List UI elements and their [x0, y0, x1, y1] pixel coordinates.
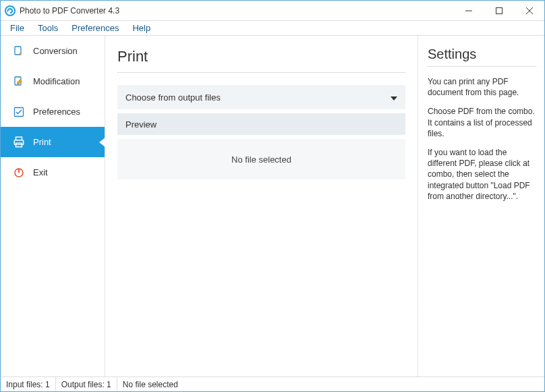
svg-marker-1 — [7, 9, 8, 12]
settings-text: You can print any PDF document from this… — [428, 76, 536, 98]
status-value: 1 — [107, 380, 111, 389]
window-controls — [453, 1, 544, 20]
preview-message: No file selected — [231, 155, 291, 165]
combo-label: Choose from output files — [125, 92, 221, 103]
titlebar: Photo to PDF Converter 4.3 — [1, 1, 544, 21]
minimize-button[interactable] — [453, 1, 484, 20]
maximize-button[interactable] — [484, 1, 514, 20]
preview-area: No file selected — [117, 139, 405, 179]
status-value: 1 — [45, 380, 50, 389]
preview-heading: Preview — [117, 113, 405, 135]
settings-panel: Settings You can print any PDF document … — [418, 36, 544, 376]
status-label: Output files: — [61, 380, 105, 389]
status-output-files: Output files: 1 — [56, 377, 117, 391]
statusbar: Input files: 1 Output files: 1 No file s… — [1, 376, 544, 391]
output-file-combo[interactable]: Choose from output files — [117, 85, 405, 109]
divider — [117, 72, 405, 73]
menu-file[interactable]: File — [3, 22, 31, 34]
content-area: Conversion Modification Preferences Prin… — [1, 36, 544, 376]
settings-text: If you want to load the different PDF, p… — [428, 147, 536, 202]
exit-icon — [13, 167, 25, 179]
sidebar-item-label: Conversion — [33, 46, 78, 56]
sidebar-item-print[interactable]: Print — [1, 127, 105, 157]
app-window: Photo to PDF Converter 4.3 File Tools Pr… — [0, 0, 545, 392]
menu-help[interactable]: Help — [125, 22, 157, 34]
app-icon — [5, 5, 16, 16]
sidebar-item-label: Exit — [33, 167, 48, 177]
close-button[interactable] — [514, 1, 544, 20]
sidebar: Conversion Modification Preferences Prin… — [1, 36, 105, 376]
status-label: Input files: — [6, 380, 43, 389]
preview-heading-label: Preview — [125, 119, 156, 130]
modification-icon — [13, 76, 25, 88]
status-input-files: Input files: 1 — [1, 377, 56, 391]
menu-preferences[interactable]: Preferences — [65, 22, 125, 34]
print-icon — [13, 136, 25, 148]
status-value: No file selected — [123, 380, 178, 389]
settings-text: Choose PDF from the combo. It contains a… — [428, 106, 536, 139]
divider — [428, 66, 536, 67]
menubar: File Tools Preferences Help — [1, 21, 544, 36]
sidebar-item-conversion[interactable]: Conversion — [1, 36, 105, 66]
window-title: Photo to PDF Converter 4.3 — [20, 6, 453, 16]
svg-marker-14 — [391, 96, 397, 101]
sidebar-item-label: Preferences — [33, 107, 80, 117]
menu-tools[interactable]: Tools — [31, 22, 65, 34]
preferences-icon — [13, 106, 25, 118]
conversion-icon — [13, 45, 25, 57]
main-panel: Print Choose from output files Preview N… — [105, 36, 544, 376]
sidebar-item-exit[interactable]: Exit — [1, 157, 105, 188]
chevron-down-icon — [391, 92, 397, 103]
status-selection: No file selected — [117, 377, 544, 391]
sidebar-item-label: Modification — [33, 76, 80, 86]
page-title: Print — [117, 48, 405, 65]
settings-heading: Settings — [428, 47, 536, 62]
sidebar-item-preferences[interactable]: Preferences — [1, 96, 105, 127]
center-panel: Print Choose from output files Preview N… — [105, 36, 418, 376]
sidebar-item-label: Print — [33, 137, 51, 147]
svg-rect-3 — [496, 7, 502, 13]
sidebar-item-modification[interactable]: Modification — [1, 66, 105, 96]
